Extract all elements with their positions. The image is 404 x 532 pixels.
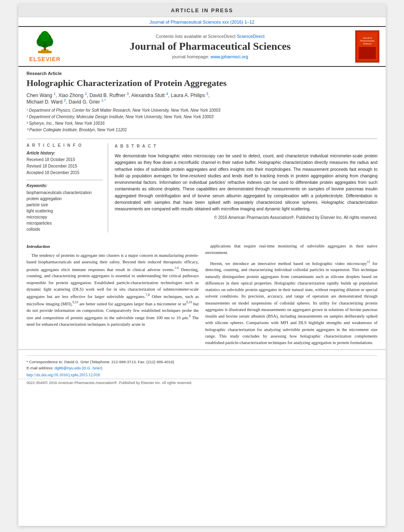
main-article-content: Introduction The tendency of proteins to… xyxy=(18,243,386,349)
keywords-label: Keywords: xyxy=(27,183,103,188)
homepage-line: journal homepage: www.jpharmsci.org xyxy=(67,54,353,59)
keyword-1: biopharmaceuticals characterization xyxy=(27,190,103,196)
intro-para-right-2: Herein, we introduce an innovative metho… xyxy=(205,260,377,347)
article-title: Holographic Characterization of Protein … xyxy=(27,78,377,88)
email-label: E-mail address: xyxy=(27,366,53,370)
banner-text: ARTICLE IN PRESS xyxy=(171,7,233,13)
abstract-text: We demonstrate how holographic video mic… xyxy=(115,152,377,212)
body-left-col: Introduction The tendency of proteins to… xyxy=(27,243,199,349)
email-link[interactable]: dg86@nyu.edu (D.G. Grier). xyxy=(55,366,103,370)
body-right-col: applications that require real-time moni… xyxy=(205,243,377,349)
article-info-header: A R T I C L E I N F O xyxy=(27,143,103,148)
keyword-4: light scattering xyxy=(27,208,103,214)
journal-ref-text: Journal of Pharmaceutical Sciences xxx (… xyxy=(150,20,255,24)
page-footer: 0022-3549/© 2016 American Pharmacists As… xyxy=(18,379,386,386)
abstract-col: A B S T R A C T We demonstrate how holog… xyxy=(115,143,377,232)
elsevier-logo-area: ELSEVIER xyxy=(22,31,67,62)
article-info-abstract-area: A R T I C L E I N F O Article history: R… xyxy=(27,139,377,232)
elsevier-brand-text: ELSEVIER xyxy=(29,56,60,62)
keyword-2: protein aggregation xyxy=(27,196,103,202)
journal-center-info: Contents lists available at ScienceDirec… xyxy=(67,34,353,59)
intro-para-right-1: applications that require real-time moni… xyxy=(205,243,377,256)
elsevier-tree-icon xyxy=(29,31,61,55)
footnote-divider xyxy=(27,355,377,356)
svg-text:Sciences: Sciences xyxy=(363,42,372,45)
article-history-label: Article history: xyxy=(27,151,103,155)
svg-text:Pharmaceutical: Pharmaceutical xyxy=(360,40,374,42)
svg-rect-6 xyxy=(38,51,51,53)
affiliation-1: ¹ Department of Physics, Center for Soft… xyxy=(27,107,377,113)
affiliation-2: ² Department of Chemistry, Molecular Des… xyxy=(27,114,377,120)
article-body: Research Article Holographic Characteriz… xyxy=(18,67,386,236)
svg-rect-12 xyxy=(359,47,376,59)
received-date: Received 18 October 2015 xyxy=(27,157,103,163)
sciencedirect-line: Contents lists available at ScienceDirec… xyxy=(67,34,353,39)
journal-reference-line: Journal of Pharmaceutical Sciences xxx (… xyxy=(18,17,386,27)
article-type-label: Research Article xyxy=(27,71,377,76)
affiliations-list: ¹ Department of Physics, Center for Soft… xyxy=(27,107,377,133)
keywords-section: Keywords: biopharmaceuticals characteriz… xyxy=(27,180,103,232)
sciencedirect-link[interactable]: ScienceDirect xyxy=(237,34,264,39)
keyword-3: particle size xyxy=(27,202,103,208)
introduction-title: Introduction xyxy=(27,243,199,250)
intro-para-1: The tendency of proteins to aggregate in… xyxy=(27,252,199,328)
affiliation-3: ³ Spheryx, Inc., New York, New York 1001… xyxy=(27,120,377,126)
journal-title: Journal of Pharmaceutical Sciences xyxy=(67,40,353,53)
journal-cover-image: Journal of Pharmaceutical Sciences xyxy=(355,30,380,63)
article-info-col: A R T I C L E I N F O Article history: R… xyxy=(27,143,108,232)
affiliation-4: ⁴ Packer Collegiate Institute, Brooklyn,… xyxy=(27,127,377,133)
abstract-header: A B S T R A C T xyxy=(115,143,377,149)
copyright-line: © 2016 American Pharmacists Association®… xyxy=(115,214,377,221)
homepage-url[interactable]: www.jpharmsci.org xyxy=(211,54,248,59)
doi-line[interactable]: http://dx.doi.org/10.1016/j.xphs.2015.12… xyxy=(18,371,386,379)
keyword-5: microscopy xyxy=(27,214,103,220)
homepage-label: journal homepage: xyxy=(172,54,209,59)
correspondence-note: * Correspondence to: David G. Grier (Tel… xyxy=(27,359,377,365)
authors-line: Chen Wang 1, Xiao Zhong 2, David B. Ruff… xyxy=(27,92,377,105)
revised-date: Revised 18 December 2015 xyxy=(27,163,103,169)
svg-point-5 xyxy=(40,31,49,42)
journal-cover-area: Journal of Pharmaceutical Sciences xyxy=(353,30,382,63)
journal-header: ELSEVIER Contents lists available at Sci… xyxy=(18,27,386,67)
sciencedirect-text: Contents lists available at ScienceDirec… xyxy=(156,34,236,39)
svg-text:Journal of: Journal of xyxy=(363,37,372,39)
keyword-6: microparticles xyxy=(27,220,103,226)
footnote-area: * Correspondence to: David G. Grier (Tel… xyxy=(18,349,386,371)
email-note: E-mail address: dg86@nyu.edu (D.G. Grier… xyxy=(27,365,377,371)
article-in-press-banner: ARTICLE IN PRESS xyxy=(18,4,386,17)
accepted-date: Accepted 18 December 2015 xyxy=(27,170,103,176)
keyword-7: colloids xyxy=(27,226,103,232)
